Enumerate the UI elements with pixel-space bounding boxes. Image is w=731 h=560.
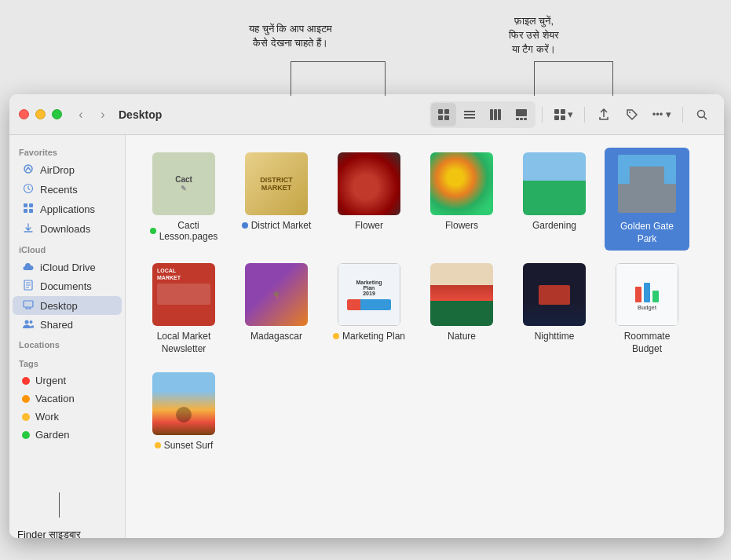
file-thumb-local-market: LOCAL MARKET (152, 263, 215, 326)
file-item-nighttime[interactable]: Nighttime (512, 258, 597, 360)
view-switcher (429, 101, 535, 128)
sidebar-item-urgent[interactable]: Urgent (13, 372, 122, 390)
file-item-roommate-budget[interactable]: Budget RoommateBudget (605, 258, 689, 360)
share-button[interactable] (591, 103, 616, 126)
group-button[interactable]: ▾ (549, 103, 578, 126)
sidebar-item-icloud-drive[interactable]: iCloud Drive (13, 258, 122, 276)
garden-tag-dot (22, 431, 30, 439)
applications-icon (22, 203, 35, 216)
minimize-button[interactable] (35, 109, 46, 119)
annotation-bracket-left-2 (385, 61, 386, 96)
file-item-sunset-surf[interactable]: Sunset Surf (141, 368, 226, 456)
locations-label: Locations (9, 334, 125, 353)
file-item-golden-gate[interactable]: Golden Gate Park (605, 148, 689, 251)
sidebar-item-desktop[interactable]: Desktop (13, 296, 122, 315)
finder-sidebar-label: Finder साइडबार (17, 529, 81, 541)
file-item-cacti[interactable]: Cact✎ CactiLesson.pages (141, 148, 226, 251)
file-thumb-flowers (430, 152, 493, 215)
garden-label: Garden (35, 429, 69, 441)
annotation-bracket-right-1 (534, 61, 535, 96)
svg-line-20 (704, 116, 707, 119)
sunset-dot (155, 442, 161, 448)
svg-rect-17 (561, 115, 565, 120)
recents-icon (22, 183, 35, 196)
flower-label: Flower (355, 220, 383, 232)
file-thumb-nature (430, 263, 493, 326)
district-label: District Market (251, 220, 312, 231)
sidebar-item-shared[interactable]: Shared (13, 315, 122, 334)
maximize-button[interactable] (52, 109, 62, 119)
work-tag-dot (22, 413, 30, 421)
sidebar-item-airdrop[interactable]: AirDrop (13, 160, 122, 180)
toolbar: ▾ ••• ▾ (429, 101, 715, 128)
annotation-view: यह चुनें कि आप आइटमकैसे देखना चाहते हैं। (212, 22, 369, 50)
marketing-label: Marketing Plan (342, 331, 405, 342)
svg-point-29 (25, 320, 29, 324)
madagascar-label: Madagascar (250, 331, 302, 343)
file-item-nature[interactable]: Nature (419, 258, 504, 360)
sidebar-item-vacation[interactable]: Vacation (13, 390, 122, 408)
district-dot (242, 222, 248, 229)
airdrop-label: AirDrop (40, 164, 75, 176)
svg-rect-16 (554, 115, 559, 120)
forward-button[interactable]: › (93, 105, 112, 124)
favorites-label: Favorites (9, 141, 125, 160)
window-title: Desktop (119, 108, 429, 121)
desktop-label: Desktop (40, 300, 78, 312)
file-item-flower[interactable]: Flower (327, 148, 411, 251)
file-item-local-market[interactable]: LOCAL MARKET Local MarketNewsletter (141, 258, 226, 360)
file-item-gardening[interactable]: Gardening (512, 148, 597, 251)
svg-point-21 (24, 165, 32, 173)
applications-label: Applications (40, 203, 95, 215)
sidebar-item-work[interactable]: Work (13, 408, 122, 426)
search-button[interactable] (689, 103, 715, 126)
file-thumb-madagascar: 🌴 (245, 263, 308, 326)
sidebar: Favorites AirDrop Recents Applications (9, 135, 126, 538)
back-button[interactable]: ‹ (71, 105, 90, 124)
file-thumb-golden (616, 152, 678, 215)
view-icon-button[interactable] (431, 103, 456, 126)
district-name-row: District Market (242, 220, 312, 231)
svg-rect-25 (24, 209, 27, 213)
close-button[interactable] (19, 109, 29, 119)
sidebar-item-applications[interactable]: Applications (13, 199, 122, 219)
svg-rect-15 (561, 109, 565, 114)
sidebar-item-downloads[interactable]: Downloads (13, 219, 122, 239)
view-column-button[interactable] (483, 103, 508, 126)
annotation-line-right (534, 61, 612, 62)
annotation-file: फ़ाइल चुनें,फिर उसे शेयरया टैग करें। (463, 14, 605, 57)
toolbar-separator-2 (584, 107, 585, 123)
bottom-annotation-line (59, 492, 60, 518)
file-item-flowers[interactable]: Flowers (419, 148, 504, 251)
more-button[interactable]: ••• ▾ (648, 103, 676, 126)
cacti-dot (150, 228, 156, 234)
sidebar-item-recents[interactable]: Recents (13, 180, 122, 199)
downloads-label: Downloads (40, 223, 90, 235)
svg-rect-6 (464, 117, 475, 119)
flowers-label: Flowers (445, 220, 478, 232)
file-thumb-marketing: MarketingPlan2019 (338, 263, 400, 326)
sidebar-item-garden[interactable]: Garden (13, 426, 122, 444)
svg-rect-24 (29, 203, 33, 207)
shared-label: Shared (40, 319, 73, 331)
file-thumb-district: DISTRICTMARKET (245, 152, 308, 215)
svg-rect-10 (516, 109, 527, 116)
desktop-icon (22, 299, 35, 312)
view-list-button[interactable] (457, 103, 482, 126)
svg-rect-26 (29, 209, 33, 213)
tag-button[interactable] (620, 103, 645, 126)
file-item-district-market[interactable]: DISTRICTMARKET District Market (234, 148, 319, 251)
view-gallery-button[interactable] (509, 103, 534, 126)
airdrop-icon (22, 163, 35, 177)
svg-point-30 (30, 320, 33, 324)
sidebar-item-documents[interactable]: Documents (13, 276, 122, 296)
traffic-lights (19, 109, 62, 119)
nav-buttons: ‹ › (71, 105, 112, 124)
file-item-madagascar[interactable]: 🌴 Madagascar (234, 258, 319, 360)
nighttime-label: Nighttime (535, 331, 575, 343)
urgent-label: Urgent (35, 375, 66, 386)
file-item-marketing-plan[interactable]: MarketingPlan2019 Marketing Plan (327, 258, 411, 360)
file-thumb-nighttime (523, 263, 586, 326)
file-thumb-cacti: Cact✎ (152, 152, 215, 215)
svg-rect-3 (444, 115, 449, 120)
